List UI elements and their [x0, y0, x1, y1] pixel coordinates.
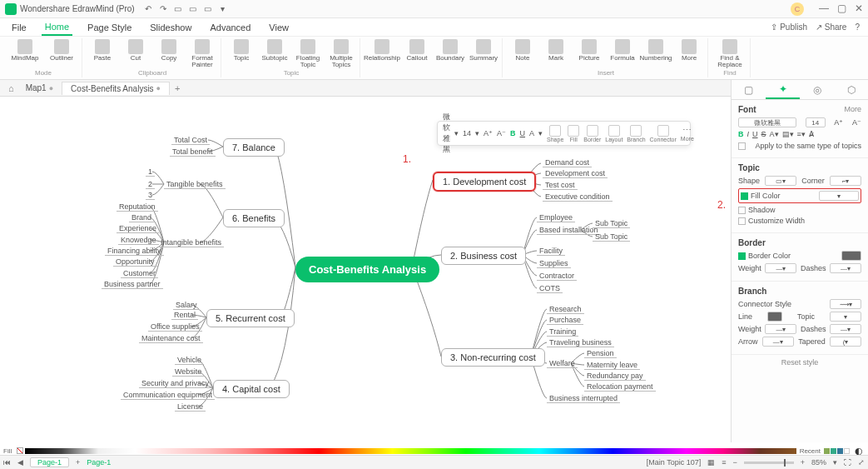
find-replace-button[interactable]: Find & Replace [713, 39, 746, 68]
arrow-select[interactable]: —▾ [762, 337, 794, 347]
fill-check[interactable] [741, 192, 748, 200]
node-development-cost[interactable]: 1. Development cost [433, 172, 536, 192]
leaf[interactable]: Research [547, 305, 584, 314]
corner-select[interactable]: ⌐▾ [830, 176, 861, 186]
topic-select[interactable]: ▾ [830, 312, 861, 322]
close-icon[interactable]: ● [156, 84, 161, 92]
underline-icon[interactable]: U [752, 130, 758, 138]
leaf[interactable]: Based installation [537, 226, 601, 235]
redo-icon[interactable]: ↷ [158, 4, 168, 14]
clear-format-icon[interactable]: A̷ [809, 130, 814, 138]
menu-file[interactable]: File [8, 20, 30, 35]
boundary-button[interactable]: Boundary [435, 39, 465, 62]
shape-button[interactable]: Shape [547, 125, 563, 142]
nav-prev-icon[interactable]: ◀ [17, 458, 23, 467]
underline-icon[interactable]: U [520, 129, 526, 137]
connector-select[interactable]: ⟿▾ [830, 299, 861, 309]
nofill-icon[interactable] [17, 447, 23, 454]
maximize-icon[interactable]: ▢ [837, 2, 846, 16]
leaf[interactable]: Vehicle [175, 356, 204, 365]
zoom-value[interactable]: 85% [811, 458, 826, 467]
leaf[interactable]: Office supplies [148, 322, 202, 332]
width-check[interactable] [738, 217, 746, 225]
menu-advanced[interactable]: Advanced [206, 20, 254, 35]
leaf[interactable]: Business interrupted [547, 394, 620, 403]
leaf[interactable]: Welfare [547, 359, 578, 368]
minimize-icon[interactable]: — [819, 2, 829, 16]
page-link[interactable]: Page-1 [87, 458, 111, 467]
page-tab[interactable]: Page-1 [30, 457, 69, 467]
root-node[interactable]: Cost-Benefits Analysis [295, 257, 439, 282]
menu-slideshow[interactable]: Slideshow [146, 20, 195, 35]
fit-icon[interactable]: ⛶ [844, 458, 851, 467]
callout-button[interactable]: Callout [402, 39, 432, 62]
tab-add-button[interactable]: + [170, 82, 185, 95]
outliner-button[interactable]: Outliner [45, 39, 78, 62]
strike-icon[interactable]: S [761, 130, 766, 138]
mindmap-button[interactable]: MindMap [8, 39, 42, 62]
leaf[interactable]: 3 [146, 191, 155, 200]
formula-button[interactable]: Formula [608, 39, 637, 62]
picture-button[interactable]: Picture [574, 39, 604, 62]
branch-button[interactable]: Branch [627, 125, 645, 142]
font-increase-icon[interactable]: A⁺ [484, 129, 493, 137]
shape-select[interactable]: ▭▾ [765, 176, 796, 186]
rp-tab-1[interactable]: ▢ [732, 80, 766, 99]
node-capital-cost[interactable]: 4. Capital cost [213, 380, 290, 398]
export-icon[interactable]: ▭ [188, 4, 198, 14]
leaf[interactable]: Test cost [543, 181, 578, 190]
leaf[interactable]: Relocation payment [584, 382, 656, 392]
node-benefits[interactable]: 6. Benefits [223, 209, 285, 227]
help-icon[interactable]: ? [855, 22, 860, 32]
leaf[interactable]: Supplies [537, 259, 571, 268]
undo-icon[interactable]: ↶ [143, 4, 153, 14]
leaf[interactable]: Training [547, 327, 578, 337]
node-business-cost[interactable]: 2. Business cost [441, 247, 526, 265]
publish-button[interactable]: ⇪ Publish [771, 22, 807, 32]
border-button[interactable]: Border [583, 125, 601, 142]
leaf[interactable]: Contractor [537, 272, 577, 281]
rp-tab-4[interactable]: ⬡ [834, 80, 868, 99]
leaf[interactable]: Experience [117, 224, 159, 233]
font-color-icon[interactable]: A [529, 129, 534, 137]
fullscreen-icon[interactable]: ⤢ [858, 458, 865, 467]
leaf[interactable]: Intangible benefits [158, 238, 224, 247]
fill-color-row[interactable]: Fill Color▾ [738, 188, 861, 203]
font-select[interactable]: 微软雅黑 [443, 112, 450, 155]
size-select[interactable]: 14 [463, 129, 471, 137]
leaf[interactable]: Facility [537, 247, 565, 256]
leaf[interactable]: Opportunity [113, 257, 157, 267]
more-button[interactable]: ⋯More [681, 125, 694, 142]
leaf[interactable]: Brand [129, 213, 154, 222]
leaf[interactable]: Sub Topic [593, 219, 630, 228]
zoom-dropdown-icon[interactable]: ▾ [833, 458, 837, 467]
tab-home-icon[interactable]: ⌂ [5, 83, 17, 93]
leaf[interactable]: Website [172, 367, 204, 377]
numbering-button[interactable]: Numbering [641, 39, 671, 62]
close-icon[interactable]: ✕ [855, 2, 863, 16]
connector-button[interactable]: Connector [650, 125, 677, 142]
color-strip[interactable] [25, 448, 796, 454]
align-icon[interactable]: ≡▾ [797, 130, 806, 138]
leaf[interactable]: Purchase [547, 316, 583, 325]
leaf[interactable]: Customer [121, 269, 158, 278]
add-page-button[interactable]: + [76, 458, 80, 467]
format-painter-button[interactable]: Format Painter [187, 39, 217, 68]
zoom-in-icon[interactable]: + [801, 458, 805, 467]
font-dec-icon[interactable]: A⁻ [852, 118, 861, 127]
font-name-select[interactable]: 微软雅黑 [738, 117, 796, 127]
bold-icon[interactable]: B [738, 130, 744, 138]
leaf[interactable]: Redundancy pay [584, 372, 646, 381]
leaf[interactable]: Business partner [102, 280, 163, 289]
leaf[interactable]: Maintenance cost [139, 334, 203, 343]
fill-color-select[interactable]: ▾ [819, 191, 859, 201]
leaf[interactable]: Employee [537, 213, 575, 222]
leaf[interactable]: Total benefit [170, 147, 216, 157]
bold-icon[interactable]: B [510, 129, 516, 137]
user-avatar[interactable]: C [791, 2, 804, 16]
recent-swatches[interactable] [824, 448, 855, 454]
leaf[interactable]: Executive condition [543, 192, 613, 202]
tab-map1[interactable]: Map1● [17, 82, 62, 94]
dashes2-select[interactable]: —▾ [830, 324, 861, 334]
leaf[interactable]: Communication equipment [121, 391, 215, 400]
